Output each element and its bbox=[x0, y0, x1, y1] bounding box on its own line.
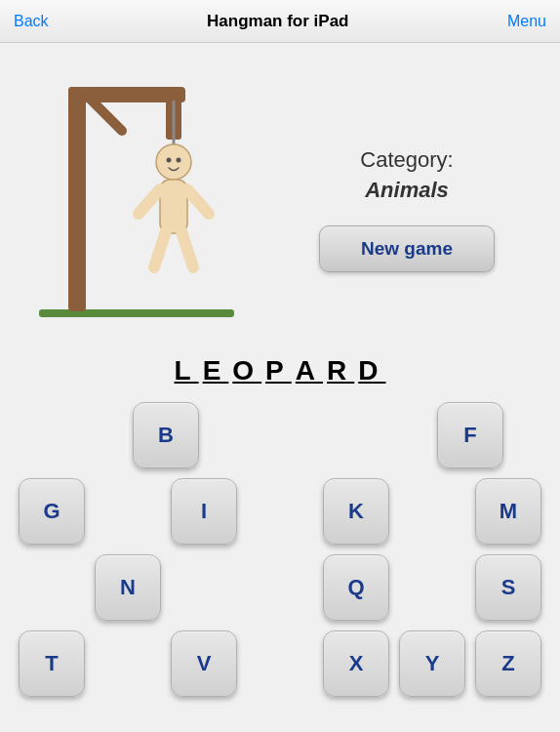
keyboard-row: TVXYZ bbox=[10, 630, 550, 697]
keyboard-row: NQS bbox=[10, 554, 550, 621]
key-button-n[interactable]: N bbox=[95, 554, 161, 621]
key-button-b[interactable]: B bbox=[133, 402, 199, 468]
key-button-k[interactable]: K bbox=[323, 478, 389, 545]
back-button[interactable]: Back bbox=[14, 13, 49, 30]
new-game-button[interactable]: New game bbox=[319, 225, 495, 272]
main-content: Category: Animals New game bbox=[0, 43, 560, 346]
key-button-v[interactable]: V bbox=[171, 630, 237, 697]
keyboard-row: GIKM bbox=[10, 478, 550, 545]
category-display: Category: Animals bbox=[360, 145, 453, 206]
category-name: Animals bbox=[365, 178, 449, 202]
word-letter: O bbox=[232, 355, 261, 386]
word-letter: L bbox=[175, 355, 199, 386]
svg-line-10 bbox=[139, 189, 160, 214]
key-button-f[interactable]: F bbox=[437, 402, 503, 468]
svg-line-11 bbox=[187, 189, 209, 214]
word-letter: A bbox=[296, 355, 323, 386]
key-button-z[interactable]: Z bbox=[475, 630, 541, 697]
key-button-g[interactable]: G bbox=[19, 478, 85, 545]
keyboard-area: BFGIKMNQSTVXYZ bbox=[0, 402, 560, 697]
svg-rect-0 bbox=[39, 309, 234, 317]
svg-point-6 bbox=[156, 144, 191, 180]
svg-line-13 bbox=[181, 231, 193, 267]
key-button-q[interactable]: Q bbox=[323, 554, 389, 621]
nav-title: Hangman for iPad bbox=[207, 12, 348, 31]
svg-line-12 bbox=[154, 231, 166, 267]
word-letter: R bbox=[327, 355, 354, 386]
word-letter: P bbox=[265, 355, 292, 386]
word-display: LEOPARD bbox=[0, 355, 560, 386]
key-button-m[interactable]: M bbox=[475, 478, 541, 545]
gallows-area bbox=[10, 53, 263, 336]
right-panel: Category: Animals New game bbox=[263, 53, 550, 346]
svg-point-8 bbox=[177, 158, 181, 163]
word-letter: D bbox=[358, 355, 385, 386]
menu-button[interactable]: Menu bbox=[507, 13, 546, 30]
key-button-s[interactable]: S bbox=[475, 554, 541, 621]
key-button-y[interactable]: Y bbox=[399, 630, 465, 697]
svg-point-7 bbox=[167, 158, 172, 163]
keyboard-row: BF bbox=[10, 402, 550, 468]
nav-bar: Back Hangman for iPad Menu bbox=[0, 0, 560, 43]
key-button-x[interactable]: X bbox=[323, 630, 389, 697]
word-letter: E bbox=[203, 355, 229, 386]
svg-rect-1 bbox=[68, 87, 86, 311]
key-button-t[interactable]: T bbox=[19, 630, 85, 697]
key-button-i[interactable]: I bbox=[171, 478, 237, 545]
category-label: Category: bbox=[360, 147, 453, 172]
